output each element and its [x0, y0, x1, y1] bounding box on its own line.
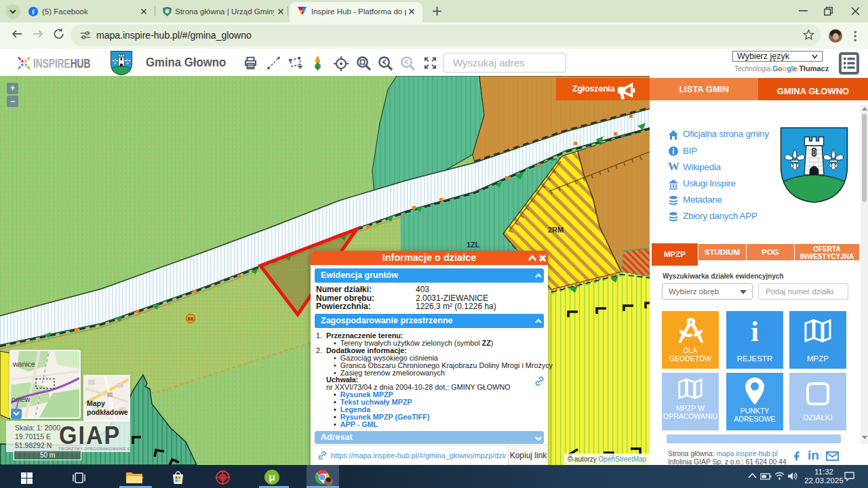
svg-text:wanice: wanice: [12, 360, 35, 368]
svg-text:66: 66: [188, 316, 194, 322]
svg-text:1ZL: 1ZL: [467, 241, 480, 249]
svg-text:oniew: oniew: [12, 395, 31, 403]
svg-text:2RM: 2RM: [548, 226, 564, 234]
